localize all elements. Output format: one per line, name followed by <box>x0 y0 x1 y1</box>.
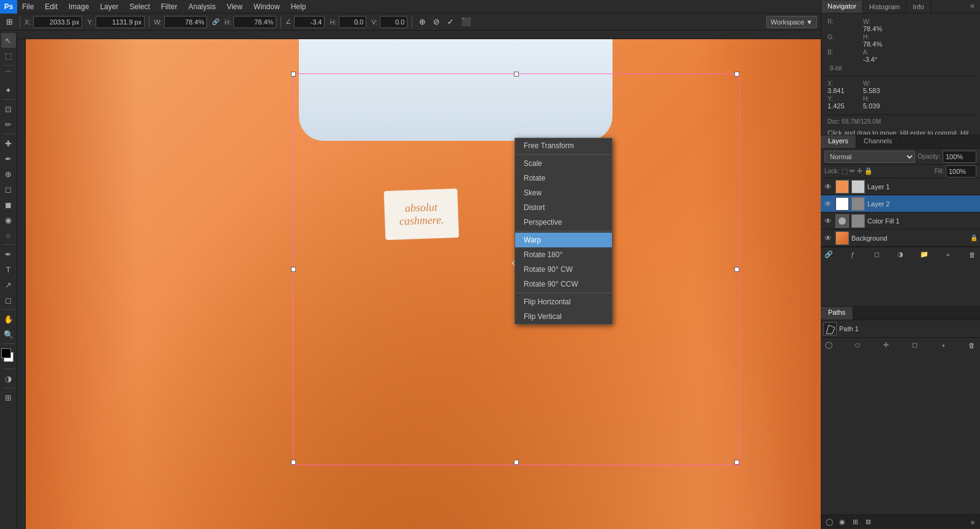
tool-eraser[interactable]: ◻ <box>1 182 16 197</box>
menu-analysis[interactable]: Analysis <box>183 1 221 12</box>
opacity-input[interactable] <box>943 151 976 163</box>
fill-input[interactable] <box>946 165 976 178</box>
delete-layer-btn[interactable]: 🗑 <box>967 249 978 260</box>
delete-path-btn[interactable]: 🗑 <box>967 340 978 351</box>
menu-image[interactable]: Image <box>64 1 94 12</box>
handle-br[interactable] <box>734 460 739 465</box>
tool-healing[interactable]: ✚ <box>1 136 16 151</box>
path-item-path1[interactable]: Path 1 <box>821 320 980 337</box>
lock-all-icon[interactable]: 🔒 <box>864 167 873 175</box>
tool-move[interactable]: ↖ <box>1 33 16 48</box>
rp-btn-3[interactable]: ⊞ <box>850 517 861 528</box>
tool-stamp[interactable]: ⊕ <box>1 167 16 181</box>
new-path-btn[interactable]: + <box>938 340 949 351</box>
horiz-input[interactable] <box>339 16 366 28</box>
w-input[interactable] <box>164 16 207 28</box>
tool-dodge[interactable]: ○ <box>1 228 16 242</box>
path-selection-btn[interactable]: ✛ <box>881 340 892 351</box>
menu-filter[interactable]: Filter <box>156 1 183 12</box>
layer1-visibility[interactable]: 👁 <box>823 182 833 192</box>
h-input[interactable] <box>233 16 276 28</box>
tool-zoom[interactable]: 🔍 <box>1 327 16 342</box>
ctx-free-transform[interactable]: Free Transform <box>515 138 612 153</box>
tool-text[interactable]: T <box>1 262 16 277</box>
layer-item-layer2[interactable]: 👁 Layer 2 <box>821 195 980 212</box>
tool-pen[interactable]: ✒ <box>1 247 16 261</box>
ctx-rotate[interactable]: Rotate <box>515 171 612 186</box>
y-input[interactable] <box>96 16 145 28</box>
tool-hand[interactable]: ✋ <box>1 312 16 326</box>
tool-lasso[interactable]: ⌒ <box>1 67 16 82</box>
lock-position-icon[interactable]: ✛ <box>857 167 862 175</box>
rp-btn-5[interactable]: ≡ <box>967 517 978 528</box>
rp-btn-4[interactable]: ⊠ <box>862 517 873 528</box>
lock-transparent-icon[interactable]: ⬚ <box>842 167 848 175</box>
workspace-button[interactable]: Workspace ▼ <box>766 16 817 28</box>
handle-mr[interactable] <box>734 267 739 272</box>
fill-path-btn[interactable]: ◯ <box>823 340 834 351</box>
tab-info[interactable]: Info <box>907 1 930 12</box>
menu-select[interactable]: Select <box>124 1 154 12</box>
rp-btn-2[interactable]: ◉ <box>837 517 848 528</box>
tool-brush[interactable]: ✒ <box>1 151 16 166</box>
tab-channels[interactable]: Channels <box>856 135 900 148</box>
ctx-skew[interactable]: Skew <box>515 186 612 200</box>
layer-style-btn[interactable]: ƒ <box>847 249 858 260</box>
fg-color-swatch[interactable] <box>1 348 11 358</box>
bg-visibility[interactable]: 👁 <box>823 233 833 243</box>
handle-ml[interactable] <box>291 267 296 272</box>
layer-item-layer1[interactable]: 👁 Layer 1 <box>821 178 980 195</box>
ctx-rotate90ccw[interactable]: Rotate 90° CCW <box>515 277 612 291</box>
blend-mode-select[interactable]: Normal <box>824 151 915 163</box>
ctx-scale[interactable]: Scale <box>515 156 612 171</box>
link-icon[interactable]: 🔗 <box>209 17 222 26</box>
tab-histogram[interactable]: Histogram <box>863 1 907 12</box>
menu-layer[interactable]: Layer <box>95 1 123 12</box>
tab-layers[interactable]: Layers <box>821 135 856 148</box>
tool-magic-wand[interactable]: ✦ <box>1 83 16 97</box>
warp-ref-icon[interactable]: ⊕ <box>417 16 428 28</box>
handle-bm[interactable] <box>514 460 519 465</box>
tool-shape[interactable]: ◻ <box>1 293 16 307</box>
tool-screen-mode[interactable]: ⊞ <box>1 390 16 405</box>
angle-input[interactable] <box>294 16 325 28</box>
ctx-perspective[interactable]: Perspective <box>515 215 612 230</box>
cancel-transform-icon[interactable]: ⊘ <box>431 16 442 28</box>
menu-edit[interactable]: Edit <box>40 1 62 12</box>
new-layer-btn[interactable]: + <box>943 249 954 260</box>
tool-marquee[interactable]: ⬚ <box>1 48 16 63</box>
handle-tl[interactable] <box>291 72 296 77</box>
fill-layer-btn[interactable]: ◑ <box>895 249 906 260</box>
lock-pixels-icon[interactable]: ✏ <box>850 167 855 175</box>
link-layers-btn[interactable]: 🔗 <box>823 249 834 260</box>
path-mask-btn[interactable]: ◻ <box>909 340 920 351</box>
x-input[interactable] <box>33 16 82 28</box>
rp-btn-1[interactable]: ◯ <box>824 517 835 528</box>
ctx-flip-v[interactable]: Flip Vertical <box>515 309 612 324</box>
new-group-btn[interactable]: 📁 <box>919 249 930 260</box>
menu-file[interactable]: File <box>17 1 39 12</box>
tool-path-select[interactable]: ↗ <box>1 277 16 292</box>
layer-mask-btn[interactable]: ◻ <box>871 249 882 260</box>
ctx-rotate90cw[interactable]: Rotate 90° CW <box>515 262 612 277</box>
menu-window[interactable]: Window <box>249 1 285 12</box>
tool-eyedropper[interactable]: ✏ <box>1 117 16 132</box>
ctx-rotate180[interactable]: Rotate 180° <box>515 247 612 262</box>
tool-crop[interactable]: ⊡ <box>1 102 16 116</box>
menu-view[interactable]: View <box>222 1 247 12</box>
vert-input[interactable] <box>380 16 407 28</box>
tab-paths[interactable]: Paths <box>821 307 853 320</box>
stroke-path-btn[interactable]: ⬭ <box>852 340 863 351</box>
ctx-distort[interactable]: Distort <box>515 200 612 215</box>
colorfill-visibility[interactable]: 👁 <box>823 216 833 226</box>
ctx-flip-h[interactable]: Flip Horizontal <box>515 295 612 309</box>
options-icon[interactable]: ⬛ <box>459 16 473 28</box>
handle-tm[interactable] <box>514 72 519 77</box>
layer-item-background[interactable]: 👁 Background 🔒 <box>821 230 980 247</box>
ctx-warp[interactable]: Warp <box>515 233 612 247</box>
layer-item-colorfill1[interactable]: 👁 Color Fill 1 <box>821 212 980 230</box>
tool-quick-mask[interactable]: ◑ <box>1 371 16 386</box>
handle-tr[interactable] <box>734 72 739 77</box>
tool-gradient[interactable]: ◼ <box>1 197 16 212</box>
tab-navigator[interactable]: Navigator <box>821 1 863 13</box>
